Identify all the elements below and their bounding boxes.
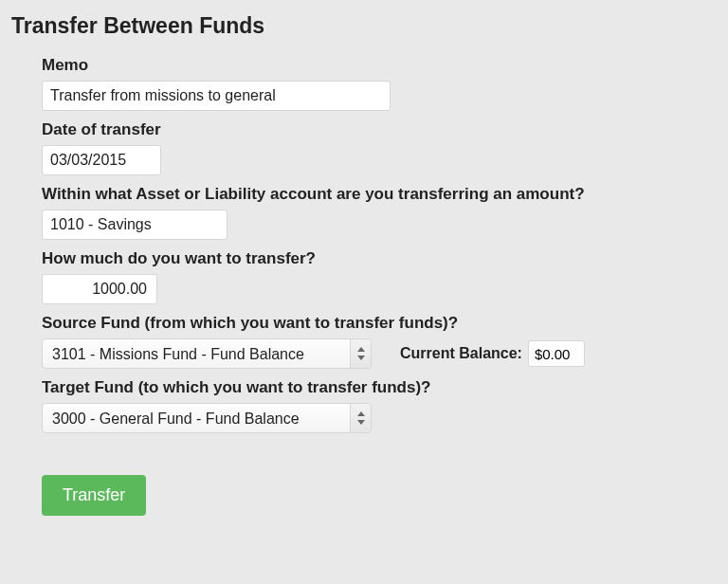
memo-group: Memo bbox=[42, 56, 717, 111]
page-title: Transfer Between Funds bbox=[11, 13, 717, 39]
source-fund-label: Source Fund (from which you want to tran… bbox=[42, 314, 717, 333]
amount-input[interactable] bbox=[42, 274, 157, 304]
memo-label: Memo bbox=[42, 56, 717, 75]
transfer-form: Memo Date of transfer Within what Asset … bbox=[11, 56, 717, 516]
source-fund-row: 3101 - Missions Fund - Fund Balance Curr… bbox=[42, 338, 717, 369]
current-balance-value bbox=[528, 340, 585, 367]
date-input[interactable] bbox=[42, 145, 161, 175]
account-group: Within what Asset or Liability account a… bbox=[42, 185, 717, 240]
transfer-between-funds-page: Transfer Between Funds Memo Date of tran… bbox=[0, 0, 728, 584]
amount-label: How much do you want to transfer? bbox=[42, 249, 717, 268]
source-fund-select[interactable]: 3101 - Missions Fund - Fund Balance bbox=[43, 339, 371, 368]
source-fund-group: Source Fund (from which you want to tran… bbox=[42, 314, 717, 369]
target-fund-group: Target Fund (to which you want to transf… bbox=[42, 378, 717, 433]
current-balance-label: Current Balance: bbox=[400, 345, 522, 362]
target-fund-label: Target Fund (to which you want to transf… bbox=[42, 378, 717, 397]
memo-input[interactable] bbox=[42, 81, 391, 111]
account-input[interactable] bbox=[42, 210, 228, 240]
target-fund-select[interactable]: 3000 - General Fund - Fund Balance bbox=[43, 404, 371, 432]
date-group: Date of transfer bbox=[42, 120, 717, 175]
source-fund-select-wrap: 3101 - Missions Fund - Fund Balance bbox=[42, 338, 372, 369]
amount-group: How much do you want to transfer? bbox=[42, 249, 717, 304]
account-label: Within what Asset or Liability account a… bbox=[42, 185, 717, 204]
transfer-button[interactable]: Transfer bbox=[42, 475, 146, 516]
target-fund-select-wrap: 3000 - General Fund - Fund Balance bbox=[42, 403, 372, 433]
date-label: Date of transfer bbox=[42, 120, 717, 139]
current-balance-block: Current Balance: bbox=[400, 340, 585, 367]
